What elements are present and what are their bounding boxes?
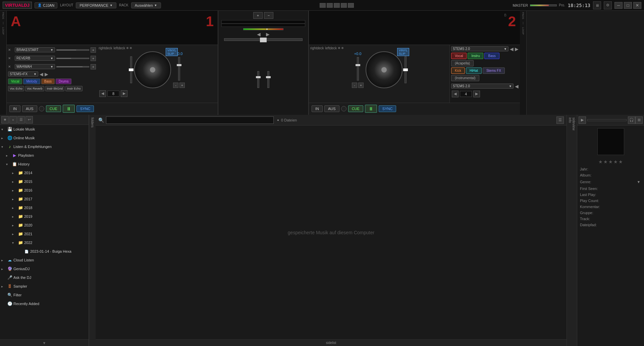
right-stem-fx[interactable]: Stems FX [483,67,505,74]
left-vinyl-knob[interactable] [134,51,171,88]
sidebar-item-2022[interactable]: ▾ 📁 2022 [0,238,89,247]
fx2-select[interactable]: REVERB▼ [15,56,55,61]
right-vol-plus[interactable]: + [358,83,364,88]
sidelist-bar[interactable]: sidelist [96,339,567,346]
sidebar-item-cloud[interactable]: ▸ ☁ Cloud Listen [0,256,89,264]
left-stem-bass[interactable]: Bass [41,79,55,84]
sidebar-item-ask[interactable]: 🎤 Ask the DJ [0,273,89,282]
left-stem-drums[interactable]: Drums [56,79,71,84]
cf-right-arrow[interactable]: ▶ [266,32,270,37]
sidebar-item-2020[interactable]: ▸ 📁 2020 [0,221,89,230]
left-stem-melody[interactable]: Melody [23,79,40,84]
right-stems-select2[interactable]: STEMS 2.0▼ [451,84,514,89]
fx1-plus[interactable]: + [91,47,96,53]
sidebar-item-2016[interactable]: ▸ 📁 2016 [0,186,89,195]
right-vol-fader[interactable] [357,57,359,81]
minimize-btn[interactable]: ─ [614,2,623,9]
left-eff-3[interactable]: Instr BkGrid [45,86,65,91]
left-keylock-btn[interactable] [39,106,44,111]
grid-btn-4[interactable] [341,3,347,8]
sidebar-item-2021[interactable]: ▸ 📁 2021 [0,230,89,238]
right-loop-next[interactable]: ▶ [473,91,480,97]
sidebar-item-filter[interactable]: 🔍 Filter [0,291,89,299]
right-stems-select[interactable]: STEMS 2.0▼ [451,46,508,51]
star-4[interactable]: ★ [613,159,618,164]
right-stems2-prev[interactable]: ◀ [515,84,519,89]
left-vol-minus[interactable]: - [173,83,178,88]
fx1-slider[interactable] [56,49,89,51]
fx3-toggle[interactable]: ✕ [8,65,13,68]
sidebar-prev-btn[interactable]: ↩ [25,116,33,123]
right-loop-prev[interactable]: ◀ [452,91,459,97]
right-sync-btn[interactable]: SYNC [379,105,396,112]
sideview-tab[interactable]: sideview info [567,115,577,346]
right-play-btn[interactable]: ⏸ [365,105,377,113]
star-3[interactable]: ★ [608,159,613,164]
left-rightdeck-btn[interactable]: rightdeck [99,46,112,50]
sidebar-filter-btn[interactable]: ☰ [17,116,25,123]
rp-play-btn[interactable]: ▶ [579,116,586,124]
left-vol-plus[interactable]: + [179,83,185,88]
right-stem-instr2[interactable]: (Instrumental) [451,75,479,81]
left-eff-1[interactable]: Voc Echo [8,86,24,91]
master-level-bar[interactable] [530,4,557,6]
search-icon[interactable]: 🔍 [98,117,104,123]
genre-dropdown-btn[interactable]: ▼ [636,179,641,185]
left-stems-prev[interactable]: ◀ [40,71,43,77]
sidebar-item-sampler[interactable]: ▸ 🎛 Sampler [0,282,89,291]
settings-btn[interactable]: ⚙ [604,1,612,9]
fx1-toggle[interactable]: ✕ [8,48,13,52]
sidebar-item-listen[interactable]: ▾ ♪ Listen & Empfehlungen [0,142,89,151]
right-aus-btn[interactable]: AUS [324,105,339,112]
grid-btn-1[interactable] [320,3,326,8]
screenshot-btn[interactable]: 🖥 [593,1,601,9]
sidebar-scroll-down[interactable]: ▼ [0,339,89,346]
right-stem-bass[interactable]: Bass [484,53,499,59]
left-loop-next[interactable]: ▶ [121,90,127,97]
performance-btn[interactable]: PERFORMANCE ▼ [76,2,116,8]
cf-left-arrow[interactable]: ◀ [257,32,261,37]
grid-btn-3[interactable] [334,3,340,8]
left-play-btn[interactable]: ⏸ [63,105,75,113]
right-rightdeck-btn[interactable]: rightdeck [310,46,324,50]
close-btn[interactable]: ✕ [633,2,641,9]
fx2-plus[interactable]: + [91,56,96,61]
sidebar-item-2017[interactable]: ▸ 📁 2017 [0,195,89,203]
rp-headphone-btn[interactable]: 🎧 [628,116,635,124]
right-pitch-slider[interactable] [405,56,407,83]
fx3-slider[interactable] [56,66,89,67]
grid-btn-5[interactable] [348,3,354,8]
right-stems-next[interactable]: ▶ [515,46,519,52]
right-stems-prev[interactable]: ◀ [510,46,514,52]
right-vol-minus[interactable]: - [352,83,357,88]
left-pitch-slider[interactable] [130,56,132,83]
fx3-plus[interactable]: + [91,64,96,69]
left-ch-fader[interactable] [257,71,259,88]
sidebar-item-2019[interactable]: ▸ 📁 2019 [0,212,89,221]
sidebar-item-lokale-musik[interactable]: ▾ 💾 Lokale Musik [0,125,89,134]
right-ch-fader[interactable] [267,71,269,88]
left-stems-select[interactable]: STEMS+FX▼ [8,71,38,77]
sidebar-item-playlisten[interactable]: ▸ ▶ Playlisten [0,151,89,160]
grid-btn-2[interactable] [327,3,333,8]
right-vinyl-knob[interactable] [366,51,402,88]
star-5[interactable]: ★ [619,159,623,164]
rack-select-btn[interactable]: Auswählen ▼ [131,2,161,8]
right-stem-instru[interactable]: Instru [468,53,483,59]
left-aus-btn[interactable]: AUS [22,105,37,112]
sidebar-star-btn[interactable]: ★ [1,116,9,123]
right-keylock-btn[interactable] [341,106,346,111]
right-stem-vocal[interactable]: Vocal [451,53,467,59]
left-stem-vocal[interactable]: Vocal [8,79,22,84]
maximize-btn[interactable]: □ [624,2,632,9]
right-stem-hihat[interactable]: HiHat [466,67,482,74]
content-view-btn[interactable]: ☰ [556,116,564,124]
center-plus-btn[interactable]: + [253,12,263,19]
sidebar-item-history[interactable]: ▾ 📋 History [0,160,89,168]
sidebar-search-btn[interactable]: + [9,116,17,123]
right-cue-btn[interactable]: CUE [348,105,363,112]
folders-tab[interactable]: folders [89,115,96,346]
right-leftdeck-btn[interactable]: leftdeck [325,46,337,50]
sidebar-item-2022-entry[interactable]: 📄 2023-01-14 - Buiga Hexa [0,247,89,256]
sidebar-item-recently-added[interactable]: 🕐 Recently Added [0,299,89,308]
